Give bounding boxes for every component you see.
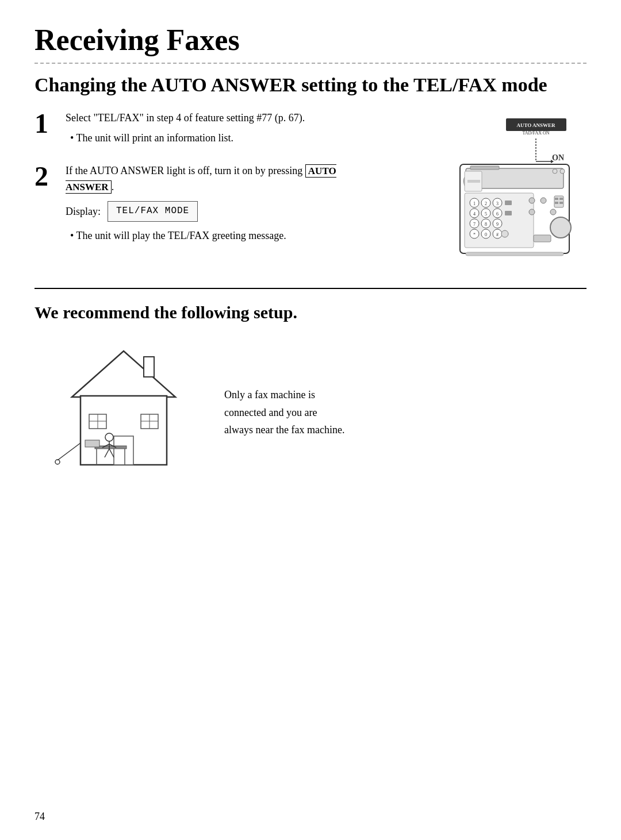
svg-point-37 xyxy=(529,198,535,203)
svg-point-44 xyxy=(529,209,535,215)
svg-rect-42 xyxy=(559,198,563,200)
section-divider xyxy=(34,288,586,289)
step-2-text-before: If the AUTO ANSWER light is off, turn it… xyxy=(66,165,305,176)
svg-line-74 xyxy=(57,443,80,460)
page-container: Receiving Faxes Changing the AUTO ANSWER… xyxy=(0,0,621,520)
svg-rect-48 xyxy=(470,166,499,169)
recommend-title: We recommend the following setup. xyxy=(34,303,586,322)
instructions: 1 Select "TEL/FAX" in step 4 of feature … xyxy=(34,110,385,271)
svg-rect-41 xyxy=(555,202,558,204)
bullet-icon-2: • xyxy=(70,230,76,241)
svg-rect-57 xyxy=(114,436,133,465)
recommend-text-block: Only a fax machine is connected and you … xyxy=(224,386,344,439)
svg-rect-23 xyxy=(505,211,512,215)
svg-rect-16 xyxy=(505,201,512,205)
step-2-number: 2 xyxy=(34,163,57,190)
svg-text:2: 2 xyxy=(485,201,487,206)
step-2-text-after: . xyxy=(112,181,114,192)
svg-rect-40 xyxy=(555,198,558,200)
svg-text:5: 5 xyxy=(485,211,487,217)
step-1: 1 Select "TEL/FAX" in step 4 of feature … xyxy=(34,110,385,149)
page-number: 74 xyxy=(34,811,45,823)
svg-rect-73 xyxy=(85,440,99,447)
svg-text:9: 9 xyxy=(496,222,499,227)
recommend-content: Only a fax machine is connected and you … xyxy=(34,340,586,485)
main-content: 1 Select "TEL/FAX" in step 4 of feature … xyxy=(34,110,586,271)
svg-text:8: 8 xyxy=(485,222,487,227)
svg-text:7: 7 xyxy=(473,222,476,227)
step-2-content: If the AUTO ANSWER light is off, turn it… xyxy=(66,163,385,246)
display-value: TEL/FAX MODE xyxy=(108,201,198,222)
recommend-text-line3: always near the fax machine. xyxy=(224,424,344,436)
svg-text:6: 6 xyxy=(496,211,499,217)
recommend-text-line2: connected and you are xyxy=(224,407,317,418)
house-illustration xyxy=(52,340,201,485)
svg-point-52 xyxy=(553,169,557,174)
step-2-bullet: • The unit will play the TEL/FAX greetin… xyxy=(70,228,385,244)
svg-point-45 xyxy=(550,209,556,215)
step-2: 2 If the AUTO ANSWER light is off, turn … xyxy=(34,163,385,246)
svg-text:TAD/FAX ON: TAD/FAX ON xyxy=(523,130,550,136)
svg-rect-76 xyxy=(144,357,154,377)
svg-text:*: * xyxy=(473,232,476,237)
svg-text:4: 4 xyxy=(473,211,476,217)
fax-illustration: AUTO ANSWER TAD/FAX ON ON 1 xyxy=(402,110,586,271)
svg-rect-47 xyxy=(534,235,551,242)
section-title: Changing the AUTO ANSWER setting to the … xyxy=(34,74,586,96)
display-label: Display: xyxy=(66,203,101,220)
step-1-bullet: • The unit will print an information lis… xyxy=(70,130,385,147)
svg-point-36 xyxy=(501,230,508,237)
svg-point-46 xyxy=(550,217,571,238)
svg-text:#: # xyxy=(496,232,499,237)
step-1-text: Select "TEL/FAX" in step 4 of feature se… xyxy=(66,110,385,126)
svg-point-75 xyxy=(55,460,60,464)
fax-machine-svg: AUTO ANSWER TAD/FAX ON ON 1 xyxy=(408,115,581,271)
step-1-content: Select "TEL/FAX" in step 4 of feature se… xyxy=(66,110,385,149)
svg-text:0: 0 xyxy=(485,232,487,237)
house-svg xyxy=(52,340,195,483)
svg-text:1: 1 xyxy=(473,201,476,206)
svg-text:ON: ON xyxy=(552,153,564,162)
svg-point-38 xyxy=(540,198,546,203)
step-2-bullet-text: The unit will play the TEL/FAX greeting … xyxy=(76,230,286,241)
svg-marker-55 xyxy=(72,351,175,397)
recommend-text-line1: Only a fax machine is xyxy=(224,389,315,400)
display-row: Display: TEL/FAX MODE xyxy=(66,201,385,222)
svg-rect-51 xyxy=(467,180,480,183)
svg-rect-54 xyxy=(466,252,564,256)
svg-point-53 xyxy=(560,169,565,174)
step-2-text: If the AUTO ANSWER light is off, turn it… xyxy=(66,163,385,196)
page-title: Receiving Faxes xyxy=(34,23,586,64)
svg-rect-43 xyxy=(559,202,563,204)
bullet-icon: • xyxy=(70,132,76,144)
step-1-bullet-text: The unit will print an information list. xyxy=(76,132,233,144)
svg-text:AUTO ANSWER: AUTO ANSWER xyxy=(516,122,555,128)
svg-text:3: 3 xyxy=(496,201,499,206)
step-1-number: 1 xyxy=(34,110,57,137)
